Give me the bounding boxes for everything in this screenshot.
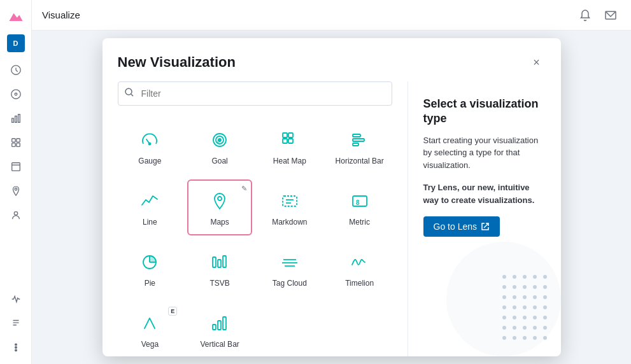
- svg-rect-9: [16, 143, 19, 146]
- goal-icon: 8: [207, 127, 232, 153]
- viz-item-maps[interactable]: ✎ Maps: [187, 179, 252, 235]
- sidebar-item-more[interactable]: [4, 336, 27, 359]
- viz-item-pie[interactable]: Pie: [118, 241, 183, 297]
- topbar-actions: [575, 5, 621, 25]
- gauge-label: Gauge: [138, 157, 161, 165]
- sidebar-item-discover[interactable]: [4, 83, 27, 106]
- mail-icon[interactable]: [600, 5, 621, 25]
- markdown-label: Markdown: [272, 218, 307, 227]
- modal-body: Gauge 8 Goal: [103, 81, 561, 356]
- line-icon: [137, 188, 162, 214]
- go-to-lens-button[interactable]: Go to Lens: [423, 216, 500, 237]
- viz-item-vertical-bar[interactable]: Vertical Bar: [187, 302, 252, 356]
- app-logo: [4, 5, 27, 28]
- svg-rect-8: [11, 143, 15, 146]
- pie-label: Pie: [145, 279, 155, 288]
- svg-rect-4: [15, 116, 17, 122]
- sidebar: D: [0, 0, 32, 364]
- filter-input-wrapper: [118, 81, 392, 106]
- svg-rect-26: [288, 139, 293, 143]
- viz-item-goal[interactable]: 8 Goal: [187, 118, 252, 174]
- vega-label: Vega: [141, 340, 159, 349]
- wave-decoration: [446, 242, 561, 356]
- svg-rect-7: [16, 139, 19, 142]
- maps-label: Maps: [210, 218, 229, 227]
- sidebar-item-logs[interactable]: [4, 312, 27, 335]
- viz-item-gauge[interactable]: Gauge: [118, 118, 183, 174]
- viz-item-tag-cloud[interactable]: Tag Cloud: [257, 241, 322, 297]
- modal-header: New Visualization ×: [103, 38, 561, 81]
- viz-item-vega[interactable]: E Vega: [118, 302, 183, 356]
- svg-point-11: [15, 188, 17, 191]
- viz-item-horizontal-bar[interactable]: Horizontal Bar: [327, 118, 392, 174]
- gauge-icon: [137, 127, 162, 153]
- vega-icon: [137, 311, 162, 336]
- viz-item-markdown[interactable]: Markdown: [257, 179, 322, 235]
- svg-point-1: [11, 90, 20, 99]
- edit-icon: ✎: [241, 185, 247, 193]
- close-button[interactable]: ×: [528, 53, 546, 71]
- svg-rect-5: [18, 115, 20, 123]
- notifications-icon[interactable]: [575, 5, 595, 25]
- metric-icon: 8: [347, 188, 372, 214]
- horizontal-bar-icon: [347, 127, 372, 153]
- svg-rect-39: [213, 257, 216, 267]
- svg-rect-34: [353, 196, 367, 206]
- svg-line-48: [484, 223, 488, 228]
- svg-rect-28: [353, 139, 364, 141]
- viz-item-heat-map[interactable]: Heat Map: [257, 118, 322, 174]
- viz-item-line[interactable]: Line: [118, 179, 183, 235]
- vertical-bar-label: Vertical Bar: [200, 340, 239, 349]
- viz-item-tsvb[interactable]: TSVB: [187, 241, 252, 297]
- vertical-bar-icon: [207, 311, 232, 336]
- sidebar-item-visualize[interactable]: [4, 107, 27, 130]
- svg-rect-27: [353, 134, 360, 137]
- goal-label: Goal: [211, 157, 227, 165]
- heat-map-icon: [277, 127, 302, 153]
- svg-point-15: [15, 349, 17, 351]
- line-label: Line: [143, 218, 157, 227]
- svg-point-17: [125, 88, 132, 95]
- sidebar-item-clock[interactable]: [4, 59, 27, 81]
- svg-rect-31: [283, 196, 297, 206]
- viz-item-timelion[interactable]: Timelion: [327, 241, 392, 297]
- filter-search-icon: [124, 87, 134, 100]
- modal-left-panel: Gauge 8 Goal: [103, 81, 408, 356]
- modal-right-panel: Select a visualization type Start creati…: [408, 81, 561, 356]
- sidebar-item-maps[interactable]: [4, 179, 27, 202]
- sidebar-item-canvas[interactable]: [4, 155, 27, 178]
- vega-badge: E: [168, 307, 177, 316]
- lens-description: Try Lens, our new, intuitive way to crea…: [423, 181, 546, 206]
- user-avatar[interactable]: D: [7, 34, 25, 52]
- filter-input[interactable]: [118, 81, 392, 106]
- svg-rect-3: [11, 118, 13, 122]
- svg-point-2: [15, 93, 17, 95]
- pie-icon: [137, 249, 162, 275]
- maps-icon: [207, 188, 232, 214]
- tsvb-label: TSVB: [209, 279, 229, 288]
- svg-text:8: 8: [217, 138, 220, 144]
- sidebar-item-apm[interactable]: [4, 288, 27, 311]
- metric-label: Metric: [349, 218, 370, 227]
- svg-rect-23: [283, 133, 287, 137]
- svg-rect-45: [213, 325, 216, 330]
- tag-cloud-icon: [277, 249, 302, 275]
- svg-rect-10: [11, 163, 20, 171]
- svg-rect-6: [11, 139, 15, 142]
- svg-rect-40: [218, 260, 221, 267]
- external-link-icon: [481, 222, 490, 231]
- topbar: Visualize: [32, 0, 631, 31]
- viz-item-metric[interactable]: 8 Metric: [327, 179, 392, 235]
- sidebar-item-users[interactable]: [4, 204, 27, 227]
- tsvb-icon: [207, 249, 232, 275]
- modal-title: New Visualization: [118, 54, 236, 71]
- panel-title: Select a visualization type: [423, 97, 546, 127]
- panel-description: Start creating your visualization by sel…: [423, 134, 546, 172]
- svg-point-13: [15, 344, 17, 346]
- page-background: New Visualization ×: [32, 31, 631, 364]
- svg-point-30: [218, 197, 222, 200]
- sidebar-item-dashboard[interactable]: [4, 131, 27, 154]
- svg-rect-25: [283, 139, 287, 143]
- svg-rect-41: [223, 256, 226, 267]
- svg-point-18: [149, 143, 151, 145]
